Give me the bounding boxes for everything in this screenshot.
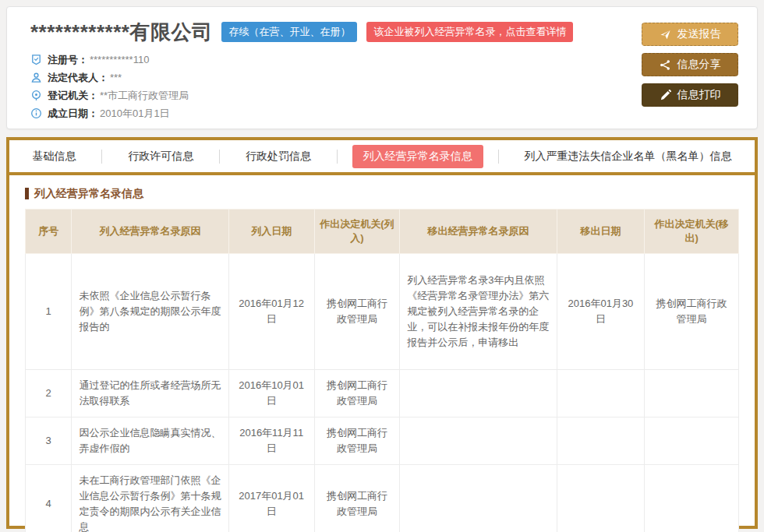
share-info-button[interactable]: 信息分享 bbox=[642, 53, 738, 76]
table-cell bbox=[400, 370, 557, 417]
registration-number-icon bbox=[30, 54, 42, 65]
founding-date-row: 成立日期： 2010年01月1日 bbox=[30, 104, 642, 122]
registry-authority-value: **市工商行政管理局 bbox=[100, 89, 189, 103]
tab-admin-license-info[interactable]: 行政许可信息 bbox=[117, 145, 204, 168]
column-header: 序号 bbox=[26, 210, 72, 254]
founding-date-value: 2010年01月1日 bbox=[100, 107, 170, 121]
send-report-label: 发送报告 bbox=[677, 27, 721, 41]
table-cell: 1 bbox=[26, 254, 72, 370]
table-cell: 4 bbox=[26, 465, 72, 532]
header-actions: 发送报告 信息分享 信息打印 bbox=[642, 23, 738, 118]
table-cell: 携创网工商行政管理局 bbox=[314, 465, 400, 532]
table-cell: 未在工商行政管理部门依照《企业信息公示暂行条例》第十条规定责令的期限内公示有关企… bbox=[72, 465, 228, 532]
column-header: 列入日期 bbox=[228, 210, 314, 254]
table-row: 4未在工商行政管理部门依照《企业信息公示暂行条例》第十条规定责令的期限内公示有关… bbox=[26, 465, 739, 532]
registration-number-value: ***********110 bbox=[90, 54, 149, 65]
registration-number-row: 注册号： ***********110 bbox=[30, 51, 642, 69]
legal-person-row: 法定代表人： *** bbox=[30, 69, 642, 86]
table-cell bbox=[557, 417, 645, 465]
send-report-button[interactable]: 发送报告 bbox=[642, 23, 738, 46]
table-row: 1未依照《企业信息公示暂行条例》第八条规定的期限公示年度报告的2016年01月1… bbox=[26, 254, 739, 370]
registry-authority-row: 登记机关： **市工商行政管理局 bbox=[30, 86, 642, 104]
column-header: 移出日期 bbox=[557, 210, 645, 254]
company-name: ************有限公司 bbox=[30, 19, 212, 44]
founding-date-label: 成立日期： bbox=[48, 107, 98, 121]
share-nodes-icon bbox=[660, 59, 671, 71]
company-info-list: 注册号： ***********110 法定代表人： *** 登记机关： **市… bbox=[30, 51, 642, 122]
column-header: 作出决定机关(移出) bbox=[645, 210, 739, 254]
tab-divider bbox=[219, 150, 220, 164]
registry-authority-label: 登记机关： bbox=[48, 89, 98, 103]
tab-blacklist-info[interactable]: 列入严重违法失信企业名单（黑名单）信息 bbox=[513, 145, 742, 168]
table-cell bbox=[645, 417, 739, 465]
tab-divider bbox=[337, 150, 338, 164]
table-cell: 携创网工商行政管理局 bbox=[314, 254, 400, 370]
table-row: 2通过登记的住所或者经营场所无法取得联系2016年10月01日携创网工商行政管理… bbox=[26, 370, 739, 417]
tab-basic-info[interactable]: 基础信息 bbox=[21, 145, 87, 168]
registry-authority-icon bbox=[30, 90, 42, 101]
table-cell: 2017年01月01日 bbox=[228, 465, 314, 532]
founding-date-icon bbox=[30, 107, 42, 119]
table-cell: 3 bbox=[26, 417, 72, 465]
column-header: 作出决定机关(列入) bbox=[314, 210, 400, 254]
table-cell: 未依照《企业信息公示暂行条例》第八条规定的期限公示年度报告的 bbox=[72, 254, 228, 370]
registration-number-label: 注册号： bbox=[48, 53, 88, 67]
column-header: 列入经营异常名录原因 bbox=[72, 210, 228, 254]
table-cell: 携创网工商行政管理局 bbox=[314, 417, 400, 465]
table-cell: 携创网工商行政管理局 bbox=[645, 254, 739, 370]
table-cell bbox=[645, 370, 739, 417]
detail-panel: 基础信息行政许可信息行政处罚信息列入经营异常名录信息列入严重违法失信企业名单（黑… bbox=[6, 137, 758, 529]
tab-bar: 基础信息行政许可信息行政处罚信息列入经营异常名录信息列入严重违法失信企业名单（黑… bbox=[9, 140, 755, 175]
status-badge: 存续（在营、开业、在册） bbox=[221, 22, 357, 42]
table-cell bbox=[400, 417, 557, 465]
table-cell bbox=[645, 465, 739, 532]
table-cell: 通过登记的住所或者经营场所无法取得联系 bbox=[72, 370, 228, 417]
abnormal-operations-table: 序号列入经营异常名录原因列入日期作出决定机关(列入)移出经营异常名录原因移出日期… bbox=[25, 209, 739, 532]
table-body: 1未依照《企业信息公示暂行条例》第八条规定的期限公示年度报告的2016年01月1… bbox=[26, 254, 739, 532]
section-title: 列入经营异常名录信息 bbox=[25, 188, 739, 199]
legal-person-value: *** bbox=[110, 72, 122, 83]
share-info-label: 信息分享 bbox=[677, 58, 721, 72]
table-cell bbox=[557, 370, 645, 417]
table-row: 3因公示企业信息隐瞒真实情况、弄虚作假的2016年11月11日携创网工商行政管理… bbox=[26, 417, 739, 465]
table-cell: 携创网工商行政管理局 bbox=[314, 370, 400, 417]
paper-plane-icon bbox=[660, 29, 671, 41]
print-info-label: 信息打印 bbox=[677, 88, 721, 102]
table-cell: 2016年01月12日 bbox=[228, 254, 314, 370]
tab-divider bbox=[101, 150, 102, 164]
abnormal-warning-badge[interactable]: 该企业被列入经营异常名录，点击查看详情 bbox=[366, 22, 573, 42]
legal-person-label: 法定代表人： bbox=[48, 71, 108, 85]
table-cell: 2 bbox=[26, 370, 72, 417]
print-info-button[interactable]: 信息打印 bbox=[642, 83, 738, 107]
column-header: 移出经营异常名录原因 bbox=[400, 210, 557, 254]
table-cell: 列入经营异常名录3年内且依照《经营异常名录管理办法》第六规定被列入经营异常名录的… bbox=[400, 254, 557, 370]
table-cell: 2016年01月30日 bbox=[557, 254, 645, 370]
table-cell bbox=[400, 465, 557, 532]
tab-admin-penalty-info[interactable]: 行政处罚信息 bbox=[235, 145, 322, 168]
tab-abnormal-operations-info[interactable]: 列入经营异常名录信息 bbox=[352, 145, 483, 168]
company-header-card: ************有限公司 存续（在营、开业、在册） 该企业被列入经营异常… bbox=[6, 6, 758, 129]
table-cell: 因公示企业信息隐瞒真实情况、弄虚作假的 bbox=[72, 417, 228, 465]
table-cell: 2016年11月11日 bbox=[228, 417, 314, 465]
pencil-icon bbox=[660, 90, 671, 101]
table-cell: 2016年10月01日 bbox=[228, 370, 314, 417]
table-cell bbox=[557, 465, 645, 532]
table-header-row: 序号列入经营异常名录原因列入日期作出决定机关(列入)移出经营异常名录原因移出日期… bbox=[26, 210, 739, 254]
legal-person-icon bbox=[30, 72, 42, 83]
tab-divider bbox=[498, 150, 499, 164]
